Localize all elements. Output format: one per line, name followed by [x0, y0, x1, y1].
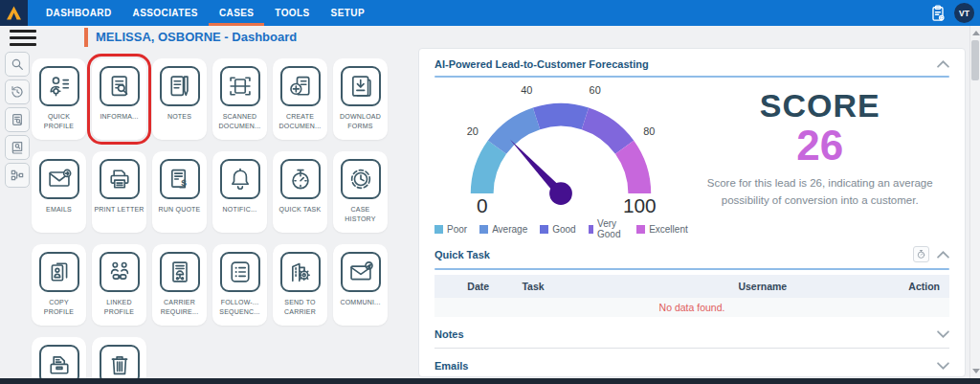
quick-task-section: Quick Task Date Task Username Action No …	[434, 246, 949, 317]
history-icon[interactable]	[5, 79, 30, 104]
emails-expand-button[interactable]	[937, 362, 949, 370]
tile-copy-profile[interactable]: COPY PROFILE	[32, 244, 86, 326]
notes-expand-button[interactable]	[937, 330, 949, 338]
forecast-collapse-button[interactable]	[937, 60, 949, 68]
legend-swatch	[589, 225, 593, 234]
book-search-icon[interactable]	[5, 135, 30, 160]
nav-item-tools[interactable]: TOOLS	[264, 0, 320, 26]
chevron-down-icon	[937, 330, 949, 338]
legend-item-good: Good	[540, 218, 575, 239]
copy-profile-icon	[39, 252, 79, 292]
scrollbar-thumb[interactable]	[971, 40, 979, 80]
tile-label: SEND TO CARRIER	[273, 298, 327, 317]
gauge-band-good	[533, 103, 589, 129]
tile-label: INFORMA...	[98, 112, 140, 122]
legend-item-average: Average	[479, 218, 527, 239]
quick-task-underline	[434, 268, 949, 270]
title-row: MELISSA, OSBORNE - Dashboard	[0, 26, 980, 49]
carrier-requirements-icon	[160, 252, 200, 292]
gauge-tick-20: 20	[467, 125, 479, 137]
brand-logo[interactable]	[0, 0, 28, 26]
gauge-legend: Poor Average Good Very Good Excellent	[434, 218, 688, 239]
quick-task-table-header: Date Task Username Action	[434, 275, 949, 298]
nav-menu: DASHBOARD ASSOCIATES CASES TOOLS SETUP	[35, 0, 375, 26]
nav-item-setup[interactable]: SETUP	[321, 0, 375, 26]
score-description: Score for this lead is 26, indicating an…	[688, 175, 952, 210]
scanned-documents-icon	[220, 66, 260, 106]
vertical-scrollbar[interactable]	[969, 26, 980, 378]
run-quote-icon: $	[160, 159, 200, 199]
search-icon[interactable]	[5, 52, 30, 77]
scrollbar-down-arrow[interactable]	[972, 369, 980, 373]
notes-underline	[434, 348, 949, 349]
quick-task-header: Quick Task	[434, 246, 949, 262]
tile-quick-profile[interactable]: QUICK PROFILE	[32, 58, 86, 140]
tile-print-letter[interactable]: PRINT LETTER	[92, 151, 146, 233]
tile-send-to-carrier[interactable]: SEND TO CARRIER	[273, 244, 327, 326]
gauge-svg: 0 20 40 60 80 100	[447, 79, 675, 217]
print-letter-icon	[100, 159, 140, 199]
follow-up-sequence-icon	[220, 252, 260, 292]
tile-communication[interactable]: COMMUNI...	[333, 244, 388, 326]
emails-section: Emails	[434, 360, 949, 380]
tile-linked-profile[interactable]: LINKED PROFILE	[92, 244, 146, 326]
legend-item-excellent: Excellent	[636, 218, 688, 239]
gauge-tick-40: 40	[522, 84, 533, 96]
tile-trash[interactable]	[92, 337, 146, 384]
quick-task-collapse-button[interactable]	[937, 251, 949, 259]
tile-quick-task[interactable]: QUICK TASK	[273, 151, 327, 233]
tile-information[interactable]: INFORMA...	[92, 58, 146, 140]
gauge-tick-0: 0	[477, 194, 488, 216]
tile-label: NOTIFIC...	[221, 205, 259, 215]
tile-label: CREATE DOCUMEN...	[273, 112, 327, 131]
legend-swatch	[636, 225, 645, 234]
tile-label: NOTES	[166, 112, 193, 122]
linked-profile-icon	[100, 252, 140, 292]
page-title: MELISSA, OSBORNE - Dashboard	[84, 28, 297, 47]
nav-item-dashboard[interactable]: DASHBOARD	[35, 0, 122, 26]
create-document-icon	[280, 66, 321, 106]
column-header-username: Username	[738, 281, 877, 292]
record-search-icon[interactable]	[5, 107, 30, 132]
tile-label: QUICK TASK	[278, 205, 323, 215]
nav-item-associates[interactable]: ASSOCIATES	[122, 0, 209, 26]
tile-notes[interactable]: NOTES	[152, 58, 207, 140]
tile-archive[interactable]	[32, 337, 86, 384]
tile-label: PRINT LETTER	[92, 205, 145, 215]
top-navbar: DASHBOARD ASSOCIATES CASES TOOLS SETUP V…	[0, 0, 980, 26]
clipboard-icon[interactable]	[928, 4, 947, 23]
action-tile-grid: QUICK PROFILE INFORMA... NOTES SCANNED D…	[32, 58, 410, 384]
left-toolbar	[5, 52, 30, 188]
tile-run-quote[interactable]: $ RUN QUOTE	[152, 151, 207, 233]
tile-label: LINKED PROFILE	[92, 298, 146, 317]
empty-state-message: No data found.	[434, 298, 949, 317]
emails-icon	[39, 159, 79, 199]
tile-follow-up-sequence[interactable]: FOLLOW-... SEQUENC...	[212, 244, 267, 326]
information-icon	[100, 66, 140, 106]
tile-label: CASE HISTORY	[333, 205, 388, 224]
workflow-icon[interactable]	[5, 163, 30, 188]
scrollbar-up-arrow[interactable]	[972, 31, 980, 35]
tile-notifications[interactable]: NOTIFIC...	[212, 151, 267, 233]
tile-download-forms[interactable]: DOWNLOAD FORMS	[333, 58, 388, 140]
brand-a-icon	[6, 6, 22, 20]
nav-item-cases[interactable]: CASES	[209, 0, 264, 26]
chevron-up-icon	[937, 251, 949, 259]
stopwatch-icon	[916, 249, 926, 260]
legend-item-very-good: Very Good	[589, 218, 624, 239]
tile-emails[interactable]: EMAILS	[32, 151, 86, 233]
tile-carrier-requirements[interactable]: CARRIER REQUIRE...	[152, 244, 207, 326]
tile-scanned-documents[interactable]: SCANNED DOCUMEN...	[212, 58, 267, 140]
tile-case-history[interactable]: CASE HISTORY	[333, 151, 388, 233]
dashboard-panel: AI-Powered Lead-to-Customer Forecasting …	[418, 48, 966, 377]
tile-label: FOLLOW-... SEQUENC...	[212, 298, 267, 317]
user-avatar[interactable]: VT	[954, 3, 974, 23]
quick-task-add-button[interactable]	[913, 246, 929, 262]
hamburger-menu-icon[interactable]	[10, 30, 36, 50]
legend-swatch	[540, 225, 548, 234]
gauge-tick-80: 80	[644, 125, 656, 137]
communication-icon	[341, 252, 381, 292]
notes-icon	[160, 66, 200, 106]
column-header-date: Date	[434, 281, 522, 292]
tile-create-document[interactable]: CREATE DOCUMEN...	[273, 58, 327, 140]
